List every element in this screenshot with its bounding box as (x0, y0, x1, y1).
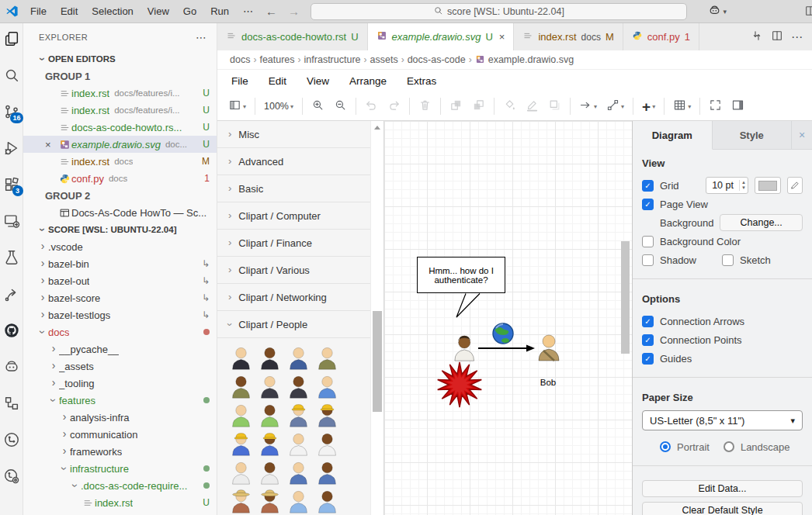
tool-zoom-in[interactable] (307, 99, 329, 114)
copilot-icon[interactable] (708, 4, 721, 19)
diagram-shapes[interactable] (384, 121, 632, 515)
tree-item-features[interactable]: ›features (23, 392, 217, 409)
landscape-radio[interactable] (724, 441, 734, 452)
activity-source-control[interactable]: 16 (0, 103, 23, 140)
clipart-person-shape[interactable] (284, 429, 313, 458)
activity-hierarchy[interactable] (0, 395, 23, 431)
palette-section-clipart---finance[interactable]: ›Clipart / Finance (217, 230, 370, 257)
grid-size-stepper[interactable]: ▲▼ (739, 180, 748, 190)
edit-data-button[interactable]: Edit Data... (642, 480, 803, 497)
clipart-person-shape[interactable] (255, 343, 284, 372)
drawio-menu-extras[interactable]: Extras (407, 75, 436, 87)
tree-item--tooling[interactable]: ›_tooling (23, 375, 217, 392)
close-icon[interactable]: × (499, 31, 505, 43)
change-background-button[interactable]: Change... (720, 214, 803, 231)
activity-extensions[interactable]: 3 (0, 176, 23, 213)
palette-scrollbar[interactable] (370, 121, 383, 515)
palette-section-basic[interactable]: ›Basic (217, 175, 370, 202)
tree-item-bazel-score[interactable]: ›bazel-score↳ (23, 289, 217, 306)
activity-git-tools[interactable] (0, 468, 23, 504)
open-editor-item[interactable]: index.rstdocs/features/i...U (23, 85, 217, 102)
clipart-person-shape[interactable] (284, 343, 313, 372)
close-icon[interactable]: × (792, 121, 812, 149)
breadcrumb-item[interactable]: docs (230, 54, 250, 65)
breadcrumb-item[interactable]: infrastructure (304, 54, 361, 65)
tool-toggle-format-panel[interactable] (727, 99, 749, 114)
tab-style[interactable]: Style (713, 121, 793, 149)
workspace-root[interactable]: ›SCORE [WSL: UBUNTU-22.04] (23, 221, 217, 238)
command-center[interactable]: score [WSL: Ubuntu-22.04] (311, 3, 687, 20)
drawio-menu-edit[interactable]: Edit (269, 75, 286, 87)
clipart-person-shape[interactable] (227, 429, 255, 458)
more-actions-icon[interactable]: ⋯ (791, 30, 803, 44)
tab-example-drawio-svg[interactable]: example.drawio.svgU× (368, 23, 515, 50)
activity-search[interactable] (0, 67, 23, 103)
activity-github[interactable] (0, 322, 23, 358)
open-editor-item[interactable]: Docs-As-Code HowTo — Sc... (23, 204, 217, 221)
palette-section-misc[interactable]: ›Misc (217, 121, 370, 148)
activity-git-graph[interactable] (0, 431, 23, 468)
clipart-person-shape[interactable] (227, 458, 255, 486)
tab-docs-as-code-howto-rst[interactable]: docs-as-code-howto.rstU (217, 23, 368, 50)
palette-section-clipart---people[interactable]: ›Clipart / People (217, 311, 370, 338)
clipart-person-shape[interactable] (313, 343, 342, 372)
clipart-person-shape[interactable] (227, 372, 255, 400)
drawio-menu-view[interactable]: View (307, 75, 329, 87)
chevron-down-icon[interactable]: ▾ (723, 8, 727, 16)
breadcrumb-item[interactable]: example.drawio.svg (475, 54, 574, 65)
clipart-person-shape[interactable] (227, 400, 255, 429)
tool-fullscreen[interactable] (704, 99, 727, 114)
tab-conf-py[interactable]: conf.py1 (623, 23, 699, 50)
tab-index-rst[interactable]: index.rstdocsM (514, 23, 623, 50)
clipart-person-shape[interactable] (255, 429, 284, 458)
sketch-checkbox[interactable] (722, 254, 734, 266)
menu-run[interactable]: Run (203, 5, 236, 17)
paper-size-select[interactable]: US-Letter (8,5" x 11") ▾ (642, 410, 803, 430)
menu-edit[interactable]: Edit (54, 5, 85, 17)
split-editor-icon[interactable] (771, 29, 783, 44)
forward-icon[interactable]: → (283, 5, 305, 18)
activity-run-debug[interactable] (0, 140, 23, 176)
canvas-scrollbar-thumb[interactable] (621, 241, 630, 354)
clipart-person-shape[interactable] (313, 458, 342, 486)
palette-section-advanced[interactable]: ›Advanced (217, 148, 370, 175)
grid-size-input[interactable]: 10 pt ▲▼ (706, 177, 748, 194)
clipart-person-shape[interactable] (313, 486, 342, 515)
tree-item-communication[interactable]: ›communication (23, 426, 217, 443)
tool-insert[interactable]: +▾ (637, 99, 660, 114)
checkbox[interactable] (642, 334, 654, 346)
shadow-checkbox[interactable] (642, 254, 654, 266)
clear-default-style-button[interactable]: Clear Default Style (642, 502, 803, 515)
clipart-person-shape[interactable] (227, 343, 255, 372)
clipart-person-shape[interactable] (284, 400, 313, 429)
close-icon[interactable]: × (45, 139, 51, 150)
activity-copilot-chat[interactable] (0, 358, 23, 395)
tool-zoom-out[interactable] (329, 99, 352, 114)
palette-section-clipart---computer[interactable]: ›Clipart / Computer (217, 202, 370, 230)
activity-live-share[interactable] (0, 285, 23, 322)
open-editor-item[interactable]: docs-as-code-howto.rs...U (23, 119, 217, 136)
breadcrumb-item[interactable]: docs-as-code (408, 54, 466, 65)
palette-scrollbar-thumb[interactable] (373, 311, 382, 412)
breadcrumb-item[interactable]: features (259, 54, 294, 65)
clipart-person-shape[interactable] (255, 458, 284, 486)
activity-explorer[interactable] (0, 30, 23, 67)
tool-toggle-panels[interactable]: ▾ (224, 99, 251, 114)
tree-item-index-rst[interactable]: index.rstU (23, 494, 217, 511)
tool-waypoints[interactable]: ▾ (602, 99, 629, 114)
checkbox[interactable] (642, 353, 654, 365)
edit-grid-color-icon[interactable] (787, 177, 803, 194)
clipart-person-shape[interactable] (255, 372, 284, 400)
tree-item---pycache--[interactable]: ›__pycache__ (23, 340, 217, 358)
clipart-person-shape[interactable] (284, 486, 313, 515)
clipart-person-shape[interactable] (284, 458, 313, 486)
checkbox[interactable] (642, 316, 654, 327)
menu-go[interactable]: Go (176, 5, 203, 17)
menu-file[interactable]: File (23, 5, 54, 17)
drawio-menu-arrange[interactable]: Arrange (349, 75, 387, 87)
clipart-person-shape[interactable] (255, 486, 284, 515)
layout-panel-icon[interactable] (804, 5, 812, 19)
breadcrumb-item[interactable]: assets (370, 54, 398, 65)
tree-item-bazel-out[interactable]: ›bazel-out↳ (23, 272, 217, 289)
tree-item-docs[interactable]: ›docs (23, 323, 217, 340)
